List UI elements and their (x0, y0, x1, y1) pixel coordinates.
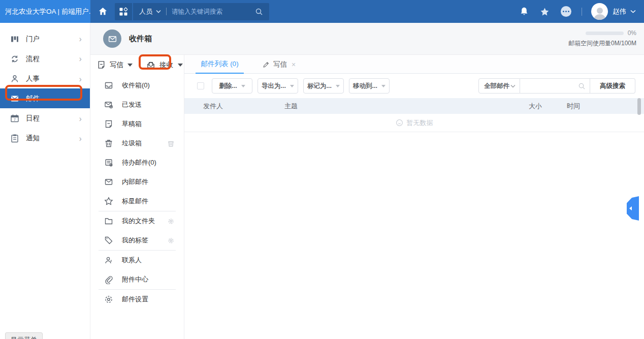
compose-button[interactable]: 写信 (97, 60, 133, 70)
chevron-right-icon: › (79, 133, 82, 143)
apps-grid-icon (119, 7, 128, 16)
chevron-down-icon (156, 10, 161, 13)
tab-mail-list[interactable]: 邮件列表 (0) (196, 55, 244, 74)
drawer-arrow-icon (629, 206, 632, 210)
tab-compose[interactable]: 写信 × (255, 55, 303, 74)
close-icon[interactable]: × (292, 60, 296, 69)
manage-folders-gear-icon[interactable] (167, 218, 175, 225)
search-icon[interactable] (255, 8, 263, 16)
sent-mail-icon (104, 100, 113, 109)
receive-caret-icon (178, 64, 183, 67)
folder-label: 收件箱(0) (122, 81, 175, 90)
empty-trash-icon[interactable] (167, 140, 175, 147)
global-search-bar: 人员 (133, 3, 269, 20)
mail-filter-select[interactable]: 全部邮件 (478, 78, 520, 94)
favorites-star-icon[interactable] (540, 7, 550, 16)
sidebar-item-label: 通知 (26, 134, 79, 143)
mark-button-label: 标记为... (307, 82, 332, 90)
tab-bar: 邮件列表 (0) 写信 × (184, 55, 644, 74)
sidebar-item-schedule[interactable]: 7 日程 › (0, 108, 90, 128)
advanced-search-button[interactable]: 高级搜索 (590, 78, 635, 94)
move-to-button[interactable]: 移动到... (349, 78, 390, 94)
folder-item-inbox[interactable]: 收件箱(0) (90, 76, 184, 95)
calendar-icon: 7 (10, 114, 19, 123)
tab-label: 邮件列表 (0) (201, 59, 238, 69)
home-icon (98, 7, 108, 16)
search-divider (166, 8, 167, 15)
receive-mail-icon (146, 60, 155, 69)
list-search-box (520, 78, 590, 94)
folder-item-contacts[interactable]: 联系人 (90, 251, 184, 270)
brand-title: 河北农业大学OA | 前端用户... (0, 0, 90, 23)
folder-label: 联系人 (122, 256, 175, 265)
dropdown-caret-icon (290, 85, 294, 87)
folder-item-starred[interactable]: 标星邮件 (90, 192, 184, 211)
manage-tags-gear-icon[interactable] (167, 237, 175, 244)
delete-button[interactable]: 删除... (212, 78, 252, 94)
paperclip-icon (104, 275, 113, 284)
export-as-button[interactable]: 导出为... (257, 78, 298, 94)
quota-usage-label: 邮箱空间使用量0M/100M (568, 39, 636, 48)
scrollbar-thumb[interactable] (637, 98, 641, 115)
contacts-icon (104, 256, 113, 265)
chevron-right-icon: › (79, 113, 82, 124)
sidebar-item-notice[interactable]: 通知 › (0, 128, 90, 148)
folder-item-my-tags[interactable]: 我的标签 (90, 231, 184, 250)
quota-percent-label: 0% (628, 29, 636, 37)
topbar-separator (582, 8, 582, 16)
folder-item-internal[interactable]: 内部邮件 (90, 172, 184, 192)
folder-label: 标星邮件 (122, 197, 175, 206)
apps-button[interactable] (115, 3, 132, 20)
topbar-right-cluster: 赵伟 (508, 3, 644, 20)
folder-item-trash[interactable]: 垃圾箱 (90, 134, 184, 153)
sidebar-nav: 门户 › 流程 › 人事 › 邮件 7 日程 (0, 23, 90, 339)
folder-list: 收件箱(0) 已发送 草稿箱 垃圾箱 (90, 75, 184, 309)
mark-as-button[interactable]: 标记为... (303, 78, 344, 94)
search-scope-label: 人员 (139, 7, 152, 16)
username-label: 赵伟 (613, 7, 626, 16)
receive-button[interactable]: 接收 (146, 60, 173, 70)
inbox-header-icon (103, 29, 121, 48)
portal-icon (10, 35, 19, 44)
sidebar-item-hr[interactable]: 人事 › (0, 69, 90, 88)
global-search-input[interactable] (172, 8, 255, 15)
home-button[interactable] (98, 7, 108, 16)
mail-folder-panel: 写信 接收 收件箱(0) 已发送 (90, 55, 184, 339)
toolbar-search-group: 全部邮件 高级搜索 (478, 78, 635, 94)
user-avatar[interactable] (591, 3, 608, 20)
sidebar-item-label: 人事 (26, 74, 79, 83)
notification-bell-icon[interactable] (520, 7, 529, 16)
select-all-checkbox[interactable] (197, 82, 204, 89)
folder-item-sent[interactable]: 已发送 (90, 95, 184, 114)
pencil-icon (263, 61, 270, 68)
folder-label: 附件中心 (122, 275, 175, 284)
column-header-time: 时间 (567, 98, 580, 114)
folder-label: 草稿箱 (122, 119, 175, 129)
trash-icon (104, 139, 113, 148)
folder-label: 已发送 (122, 100, 175, 109)
chevron-right-icon: › (79, 53, 82, 64)
app-window: 河北农业大学OA | 前端用户... 人员 (0, 0, 644, 339)
sidebar-item-workflow[interactable]: 流程 › (0, 49, 90, 69)
list-search-input[interactable] (524, 82, 578, 89)
sidebar-item-label: 邮件 (26, 94, 82, 103)
folder-item-todo[interactable]: 待办邮件(0) (90, 153, 184, 172)
empty-state-label: 暂无数据 (407, 118, 433, 128)
search-scope-dropdown[interactable]: 人员 (139, 7, 161, 16)
list-toolbar: 删除... 导出为... 标记为... 移动到... 全部邮件 (184, 74, 644, 98)
more-options-icon[interactable] (561, 6, 571, 17)
tag-icon (104, 236, 113, 245)
search-icon[interactable] (578, 82, 586, 90)
delete-button-label: 删除... (219, 82, 237, 90)
folder-item-my-folders[interactable]: 我的文件夹 (90, 211, 184, 231)
workflow-icon (10, 54, 19, 64)
folder-item-settings[interactable]: 邮件设置 (90, 290, 184, 309)
user-menu-chevron-icon[interactable] (630, 10, 636, 13)
sidebar-item-mail[interactable]: 邮件 (0, 88, 90, 108)
folder-item-drafts[interactable]: 草稿箱 (90, 114, 184, 134)
folder-label: 我的文件夹 (122, 217, 167, 226)
dropdown-caret-icon (336, 85, 340, 87)
sidebar-item-portal[interactable]: 门户 › (0, 29, 90, 49)
settings-gear-icon (104, 295, 113, 304)
folder-item-attachments[interactable]: 附件中心 (90, 270, 184, 289)
